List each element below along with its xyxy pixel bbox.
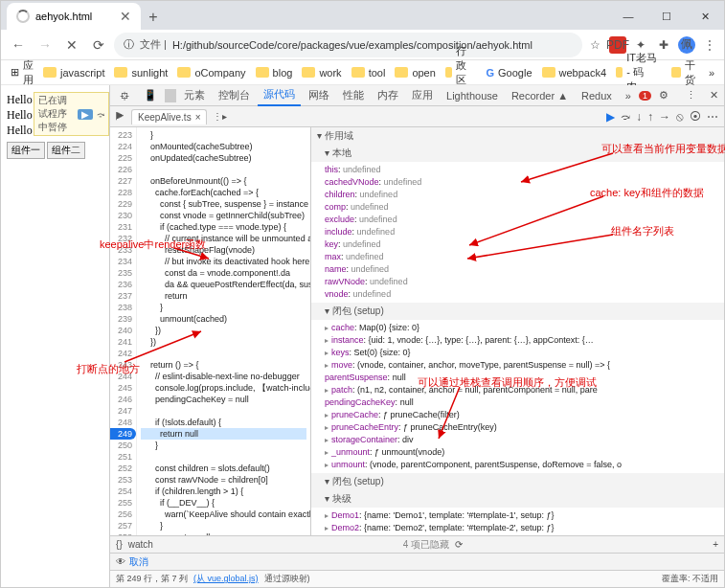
pause-exceptions-button[interactable]: ⦿ <box>690 110 701 124</box>
profile-avatar-icon[interactable]: 佩 <box>678 36 695 54</box>
scope-variable[interactable]: Demo2: {name: 'Demo2', template: '#templ… <box>325 522 720 534</box>
component-two-button[interactable]: 组件二 <box>47 142 85 159</box>
folder-icon <box>43 67 57 78</box>
star-icon[interactable]: ☆ <box>586 36 603 54</box>
watch-add-icon[interactable]: + <box>713 539 718 550</box>
step-icon[interactable]: ⤼ <box>97 109 104 120</box>
bookmark-item[interactable]: GGoogle <box>487 67 532 79</box>
maximize-button[interactable]: ☐ <box>647 3 686 30</box>
code-view[interactable]: } onMounted(cacheSubtree) onUpdated(cach… <box>137 127 310 535</box>
back-button[interactable]: ← <box>7 34 30 57</box>
scope-variable[interactable]: max: undefined <box>325 251 720 263</box>
devtools-tab[interactable]: Recorder ▲ <box>506 87 574 104</box>
component-one-button[interactable]: 组件一 <box>7 142 45 159</box>
scope-variable[interactable]: storageContainer: div <box>325 434 720 446</box>
devtools-tab[interactable]: 网络 <box>303 85 335 105</box>
scope-variable[interactable]: children: undefined <box>325 189 720 201</box>
bookmark-item[interactable]: work <box>302 67 341 79</box>
scope-variable[interactable]: this: undefined <box>325 164 720 176</box>
step-out-button[interactable]: ↑ <box>647 110 653 124</box>
new-tab-button[interactable]: + <box>141 5 166 30</box>
devtools-tab[interactable]: 源代码 <box>258 85 301 106</box>
source-file-tab[interactable]: KeepAlive.ts × <box>131 109 207 124</box>
watch-refresh-icon[interactable]: ⟳ <box>455 539 463 550</box>
error-badge[interactable]: 1 <box>639 91 651 101</box>
scope-variable[interactable]: exclude: undefined <box>325 214 720 226</box>
navigator-toggle-icon[interactable]: ⯈ <box>116 111 125 122</box>
scope-variable[interactable]: move: (vnode, container, anchor, moveTyp… <box>325 359 720 372</box>
forward-button[interactable]: → <box>34 34 57 57</box>
reload-button[interactable]: ⟳ <box>87 34 110 57</box>
menu-icon[interactable]: ⋮ <box>701 36 718 54</box>
scope-variable[interactable]: instance: {uid: 1, vnode: {…}, type: {…}… <box>325 334 720 347</box>
scope-variable[interactable]: cache: Map(0) {size: 0} <box>325 322 720 334</box>
scope-variable[interactable]: include: undefined <box>325 226 720 238</box>
devtools-tab[interactable]: 元素 <box>178 85 211 105</box>
step-button[interactable]: → <box>659 110 670 124</box>
devtools-tab[interactable]: 控制台 <box>213 85 256 105</box>
scope-variable[interactable]: keys: Set(0) {size: 0} <box>325 347 720 359</box>
scope-variable[interactable]: Demo1: {name: 'Demo1', template: '#templ… <box>325 509 720 522</box>
scope-closure2-header[interactable]: ▾ 闭包 (setup) <box>311 473 724 490</box>
scope-closure-header[interactable]: ▾ 闭包 (setup) <box>311 303 724 320</box>
apps-button[interactable]: ⊞ 应用 <box>11 58 34 87</box>
line-gutter[interactable]: 2232242252262272282292302312322332342352… <box>110 127 137 535</box>
scope-variable[interactable]: rawVNode: undefined <box>325 276 720 288</box>
close-window-button[interactable]: ✕ <box>686 3 724 30</box>
scope-header[interactable]: ▾ 作用域 <box>311 127 724 145</box>
scope-variable[interactable]: patch: (n1, n2, container, anchor = null… <box>325 384 720 396</box>
url-input[interactable]: ⓘ 文件 | H:/github/sourceCode/core/package… <box>114 33 582 57</box>
settings-icon[interactable]: ⚙ <box>653 86 674 104</box>
site-info-icon[interactable]: ⓘ <box>124 37 134 52</box>
tabs-more[interactable]: » <box>620 87 637 104</box>
scope-variable[interactable]: key: undefined <box>325 238 720 251</box>
devtools-tab[interactable]: Lighthouse <box>441 87 504 104</box>
debug-controls: ▶ ⤼ ↓ ↑ → ⦸ ⦿ ⋯ <box>606 110 718 124</box>
devtools-menu-icon[interactable]: ⋮ <box>680 86 702 104</box>
device-icon[interactable]: 📱 <box>138 86 163 104</box>
close-file-icon[interactable]: × <box>195 112 201 123</box>
scope-variable[interactable]: unmount: (vnode, parentComponent, parent… <box>325 459 720 471</box>
scope-local-header[interactable]: ▾ 本地 <box>311 145 724 162</box>
scope-variable[interactable]: cachedVNode: undefined <box>325 176 720 189</box>
scope-variable[interactable]: name: undefined <box>325 263 720 276</box>
bookmark-item[interactable]: oCompany <box>177 67 245 79</box>
scope-block-header[interactable]: ▾ 块级 <box>311 490 724 508</box>
bookmark-item[interactable]: tool <box>351 67 386 79</box>
scope-variable[interactable]: comp: undefined <box>325 201 720 214</box>
devtools-close-icon[interactable]: ✕ <box>704 86 724 104</box>
stop-button[interactable]: ✕ <box>60 34 83 57</box>
scope-variable[interactable]: parentSuspense: null <box>325 372 720 384</box>
minimize-button[interactable]: — <box>609 3 647 30</box>
browser-tab[interactable]: aehyok.html ✕ <box>7 3 141 30</box>
bookmark-item[interactable]: javascript <box>43 67 104 79</box>
watch-icon[interactable]: {} <box>116 539 123 550</box>
bookmark-item[interactable]: open <box>395 67 435 79</box>
devtools-tab[interactable]: 应用 <box>406 85 439 105</box>
devtools-tab[interactable]: 性能 <box>337 85 370 105</box>
scope-variable[interactable]: _unmount: ƒ unmount(vnode) <box>325 446 720 459</box>
close-tab-icon[interactable]: ✕ <box>120 9 131 24</box>
scope-variable[interactable]: vnode: undefined <box>325 288 720 301</box>
bookmark-item[interactable]: webpack4 <box>542 67 607 79</box>
resume-icon[interactable]: ▶ <box>78 109 93 120</box>
debug-more-icon[interactable]: ⋯ <box>707 110 718 124</box>
bookmark-item[interactable]: 干货 <box>671 58 699 87</box>
live-expr-icon[interactable]: 👁 <box>116 556 125 567</box>
bookmark-item[interactable]: blog <box>256 67 293 79</box>
bookmarks-overflow[interactable]: » <box>709 67 714 79</box>
step-into-button[interactable]: ↓ <box>636 110 642 124</box>
inspect-icon[interactable]: ⯐ <box>114 87 136 104</box>
step-over-button[interactable]: ⤼ <box>621 110 630 124</box>
expr-label[interactable]: 取消 <box>129 555 148 569</box>
scope-variable[interactable]: pendingCacheKey: null <box>325 396 720 409</box>
resume-button[interactable]: ▶ <box>606 110 615 124</box>
scope-variable[interactable]: pruneCache: ƒ pruneCache(filter) <box>325 409 720 421</box>
deactivate-bp-button[interactable]: ⦸ <box>676 110 684 124</box>
scope-variable[interactable]: pruneCacheEntry: ƒ pruneCacheEntry(key) <box>325 421 720 434</box>
devtools-tab[interactable]: Redux <box>576 87 618 104</box>
more-files-icon[interactable]: ⋮▸ <box>213 111 227 122</box>
bookmark-item[interactable]: sunlight <box>114 67 168 79</box>
sourcemap-link[interactable]: (从 vue.global.js) <box>193 573 259 585</box>
devtools-tab[interactable]: 内存 <box>372 85 404 105</box>
